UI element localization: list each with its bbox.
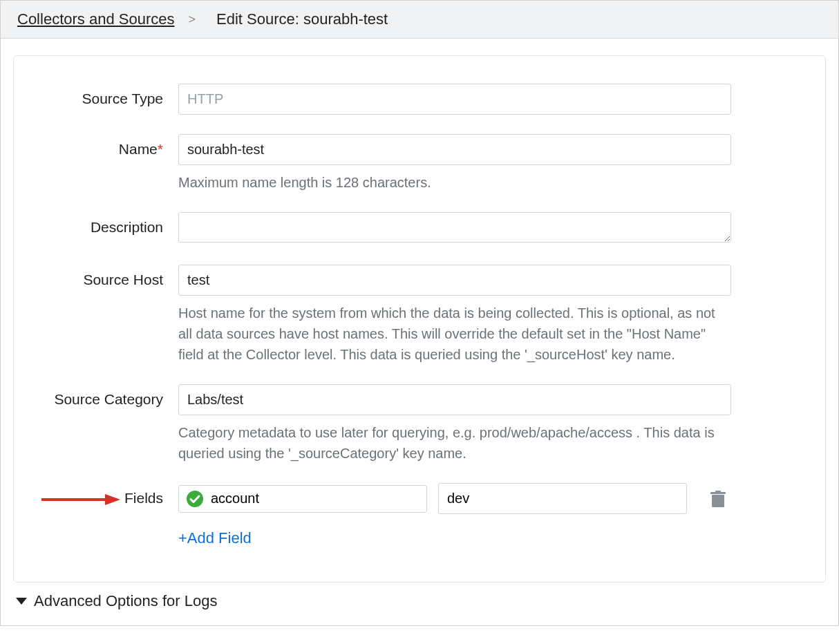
source-host-help-text: Host name for the system from which the …: [178, 303, 731, 365]
edit-source-form: Source Type Name* Maximum name length is…: [13, 55, 826, 583]
breadcrumb-current: Edit Source: sourabh-test: [216, 10, 388, 28]
name-label: Name*: [47, 134, 178, 158]
svg-point-2: [187, 491, 203, 507]
source-host-label: Source Host: [47, 265, 178, 288]
trash-icon[interactable]: [710, 491, 726, 507]
name-input[interactable]: [178, 134, 731, 165]
advanced-options-label: Advanced Options for Logs: [34, 592, 217, 610]
description-label: Description: [47, 212, 178, 236]
svg-marker-1: [105, 494, 120, 505]
svg-rect-3: [712, 495, 724, 507]
source-host-input[interactable]: [178, 265, 731, 296]
source-type-input: [178, 84, 731, 115]
field-row: [178, 483, 731, 514]
field-value-input[interactable]: [438, 483, 687, 514]
field-key-input[interactable]: [211, 491, 419, 506]
name-help-text: Maximum name length is 128 characters.: [178, 172, 731, 193]
breadcrumb-root-link[interactable]: Collectors and Sources: [17, 10, 174, 28]
source-category-label: Source Category: [47, 384, 178, 408]
svg-rect-5: [715, 491, 721, 493]
source-category-help-text: Category metadata to use later for query…: [178, 422, 731, 464]
breadcrumb-separator: >: [188, 12, 196, 27]
add-field-button[interactable]: +Add Field: [178, 529, 252, 547]
advanced-options-toggle[interactable]: Advanced Options for Logs: [13, 583, 826, 618]
breadcrumb: Collectors and Sources > Edit Source: so…: [1, 1, 838, 39]
source-type-label: Source Type: [47, 84, 178, 107]
caret-down-icon: [16, 598, 27, 605]
source-category-input[interactable]: [178, 384, 731, 415]
annotation-arrow-icon: [41, 493, 120, 506]
description-input[interactable]: [178, 212, 731, 243]
check-circle-icon: [186, 490, 204, 508]
field-key-wrapper: [178, 485, 427, 513]
